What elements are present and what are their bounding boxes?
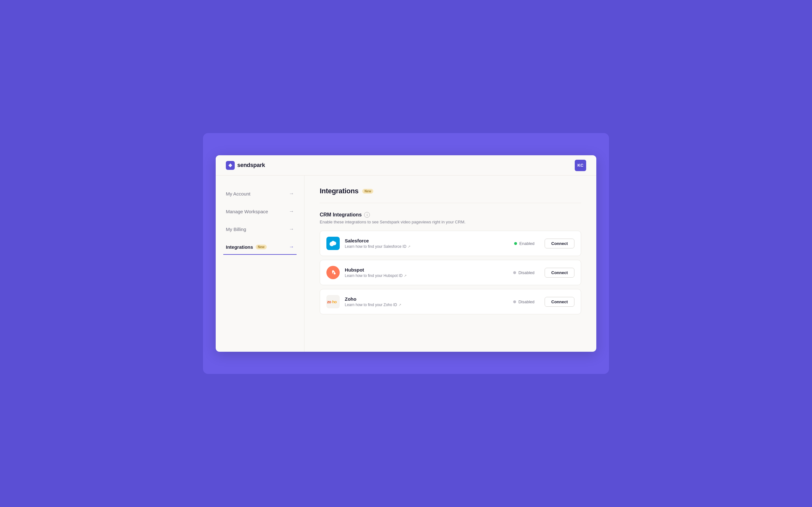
- salesforce-link[interactable]: Learn how to find your Salesforce ID ↗: [345, 244, 501, 249]
- salesforce-name: Salesforce: [345, 238, 501, 243]
- zoho-logo-svg: zo ho: [327, 298, 339, 305]
- zoho-external-link-icon: ↗: [398, 303, 401, 307]
- crm-section-title-row: CRM Integrations i: [320, 212, 581, 218]
- sidebar-item-integrations-label: Integrations New: [226, 244, 267, 250]
- header-divider: [320, 203, 581, 203]
- sidebar-item-my-billing-label: My Billing: [226, 227, 246, 232]
- logo-text: sendspark: [237, 162, 265, 169]
- sidebar-item-my-account-label: My Account: [226, 191, 251, 196]
- avatar-button[interactable]: KC: [575, 160, 586, 171]
- sidebar: My Account → Manage Workspace → My Billi…: [216, 176, 305, 352]
- hubspot-link[interactable]: Learn how to find your Hubspot ID ↗: [345, 274, 501, 278]
- zoho-connect-button[interactable]: Connect: [545, 297, 574, 307]
- hubspot-name: Hubspot: [345, 267, 501, 273]
- logo-area: sendspark: [226, 161, 265, 170]
- salesforce-logo: [326, 237, 340, 250]
- hubspot-logo: [326, 266, 340, 279]
- crm-section-description: Enable these integrations to see Sendspa…: [320, 220, 581, 224]
- svg-rect-5: [333, 271, 334, 274]
- zoho-logo: zo ho: [326, 295, 340, 308]
- zoho-name: Zoho: [345, 296, 501, 302]
- sendspark-logo-icon: [226, 161, 235, 170]
- salesforce-status: Enabled: [506, 241, 535, 246]
- svg-point-3: [332, 241, 335, 244]
- integration-card-hubspot: Hubspot Learn how to find your Hubspot I…: [320, 260, 581, 285]
- zoho-status: Disabled: [506, 299, 535, 304]
- sidebar-arrow-my-billing: →: [289, 226, 294, 232]
- main-content: My Account → Manage Workspace → My Billi…: [216, 176, 596, 352]
- sidebar-item-my-billing[interactable]: My Billing →: [223, 221, 297, 238]
- hubspot-connect-button[interactable]: Connect: [545, 268, 574, 278]
- hubspot-external-link-icon: ↗: [404, 274, 407, 278]
- zoho-link[interactable]: Learn how to find your Zoho ID ↗: [345, 302, 501, 307]
- sidebar-item-my-account[interactable]: My Account →: [223, 186, 297, 202]
- outer-background: sendspark KC My Account → Manage Workspa…: [203, 133, 609, 374]
- integrations-new-badge: New: [256, 245, 267, 249]
- salesforce-status-dot: [514, 242, 517, 245]
- integration-card-salesforce: Salesforce Learn how to find your Salesf…: [320, 231, 581, 256]
- sidebar-item-integrations[interactable]: Integrations New →: [223, 239, 297, 255]
- crm-section-title: CRM Integrations: [320, 212, 362, 218]
- svg-text:zo: zo: [327, 299, 332, 304]
- page-header: Integrations New: [320, 187, 581, 195]
- hubspot-status-dot: [513, 271, 516, 274]
- page-title: Integrations: [320, 187, 358, 195]
- sidebar-arrow-my-account: →: [289, 191, 294, 196]
- salesforce-connect-button[interactable]: Connect: [545, 239, 574, 248]
- hubspot-logo-svg: [329, 269, 337, 276]
- crm-info-icon[interactable]: i: [364, 212, 370, 218]
- sidebar-arrow-integrations: →: [289, 244, 294, 250]
- salesforce-external-link-icon: ↗: [408, 245, 410, 249]
- hubspot-status: Disabled: [506, 270, 535, 275]
- zoho-info: Zoho Learn how to find your Zoho ID ↗: [345, 296, 501, 307]
- app-window: sendspark KC My Account → Manage Workspa…: [216, 155, 596, 352]
- zoho-status-dot: [513, 300, 516, 303]
- svg-text:ho: ho: [332, 299, 337, 304]
- page-new-badge: New: [362, 189, 373, 193]
- hubspot-info: Hubspot Learn how to find your Hubspot I…: [345, 267, 501, 278]
- sidebar-item-manage-workspace[interactable]: Manage Workspace →: [223, 204, 297, 220]
- salesforce-logo-svg: [328, 240, 338, 246]
- sidebar-arrow-manage-workspace: →: [289, 209, 294, 214]
- sidebar-item-manage-workspace-label: Manage Workspace: [226, 209, 268, 214]
- salesforce-info: Salesforce Learn how to find your Salesf…: [345, 238, 501, 249]
- integration-card-zoho: zo ho Zoho Learn how to find your Zoho I…: [320, 289, 581, 314]
- header: sendspark KC: [216, 155, 596, 176]
- svg-rect-7: [334, 271, 335, 274]
- content-area: Integrations New CRM Integrations i Enab…: [305, 176, 596, 352]
